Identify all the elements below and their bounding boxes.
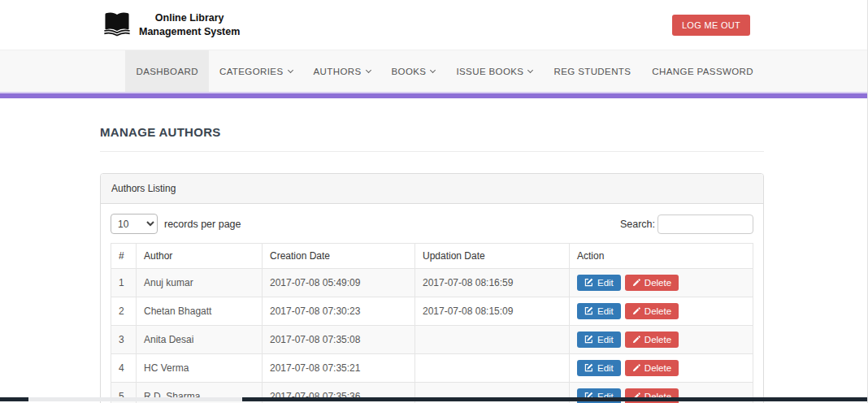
edit-button-label: Edit <box>597 306 614 316</box>
nav-item-label: AUTHORS <box>314 67 362 76</box>
horizontal-scrollbar[interactable] <box>0 397 868 401</box>
column-header: Author <box>137 244 263 269</box>
table-row: 2Chetan Bhagatt2017-07-08 07:30:232017-0… <box>111 297 753 326</box>
nav-item-label: BOOKS <box>392 67 427 76</box>
search-label: Search: <box>620 219 655 230</box>
search-area: Search: <box>620 214 753 234</box>
edit-icon <box>584 306 593 315</box>
row-number-cell: 4 <box>111 354 137 383</box>
updation-date-cell: 2017-07-08 08:15:09 <box>415 297 570 326</box>
chevron-down-icon <box>430 67 436 72</box>
creation-date-cell: 2017-07-08 05:49:09 <box>263 269 415 297</box>
updation-date-cell <box>415 354 570 383</box>
pencil-icon <box>632 364 640 372</box>
page-title: MANAGE AUTHORS <box>100 125 867 139</box>
nav-item-label: REG STUDENTS <box>553 67 631 76</box>
updation-date-cell: 2017-07-08 08:16:59 <box>415 269 570 297</box>
column-header: Creation Date <box>263 244 415 269</box>
pencil-icon <box>632 336 640 344</box>
page-content: MANAGE AUTHORS Authors Listing 10 record… <box>0 125 867 403</box>
edit-button-label: Edit <box>597 363 614 373</box>
row-number-cell: 1 <box>111 269 137 297</box>
edit-icon <box>584 363 593 372</box>
app-window: Online Library Management System LOG ME … <box>0 0 868 403</box>
records-per-page-select[interactable]: 10 <box>111 214 158 234</box>
delete-button[interactable]: Delete <box>625 303 679 319</box>
authors-table: #AuthorCreation DateUpdation DateAction … <box>111 243 753 403</box>
table-header-row: #AuthorCreation DateUpdation DateAction <box>111 244 753 269</box>
chevron-down-icon <box>527 67 533 72</box>
nav-menu: DASHBOARDCATEGORIESAUTHORSBOOKSISSUE BOO… <box>100 50 764 92</box>
edit-icon <box>584 335 593 344</box>
pencil-icon <box>632 279 640 287</box>
edit-button[interactable]: Edit <box>577 303 621 319</box>
nav-item-books[interactable]: BOOKS <box>381 50 446 92</box>
author-cell: Anuj kumar <box>137 269 263 297</box>
updation-date-cell <box>415 326 570 354</box>
row-number-cell: 2 <box>111 297 137 326</box>
table-row: 1Anuj kumar2017-07-08 05:49:092017-07-08… <box>111 269 753 297</box>
accent-bar <box>0 92 867 98</box>
action-cell: EditDelete <box>570 297 753 326</box>
authors-listing-panel: Authors Listing 10 records per page Sear… <box>100 173 764 403</box>
nav-item-label: CHANGE PASSWORD <box>652 67 753 76</box>
panel-body: 10 records per page Search: #AuthorCreat… <box>101 204 763 403</box>
nav-item-change-password[interactable]: CHANGE PASSWORD <box>641 50 764 92</box>
nav-item-authors[interactable]: AUTHORS <box>303 50 381 92</box>
creation-date-cell: 2017-07-08 07:35:21 <box>263 354 415 383</box>
main-nav: DASHBOARDCATEGORIESAUTHORSBOOKSISSUE BOO… <box>0 50 867 92</box>
nav-item-reg-students[interactable]: REG STUDENTS <box>543 50 641 92</box>
action-cell: EditDelete <box>570 326 753 354</box>
author-cell: Anita Desai <box>137 326 263 354</box>
delete-button-label: Delete <box>644 306 671 316</box>
nav-item-label: ISSUE BOOKS <box>456 67 523 76</box>
nav-item-label: CATEGORIES <box>219 67 284 76</box>
app-title: Online Library Management System <box>139 11 240 38</box>
scrollbar-thumb[interactable] <box>28 397 242 401</box>
edit-button-label: Edit <box>597 335 614 344</box>
table-row: 3Anita Desai2017-07-08 07:35:08EditDelet… <box>111 326 753 354</box>
search-input[interactable] <box>658 214 753 234</box>
author-cell: HC Verma <box>137 354 263 383</box>
delete-button-label: Delete <box>644 363 671 373</box>
author-cell: Chetan Bhagatt <box>137 297 263 326</box>
action-cell: EditDelete <box>570 354 753 383</box>
open-book-icon <box>102 11 132 40</box>
action-cell: EditDelete <box>570 269 753 297</box>
panel-title: Authors Listing <box>101 174 763 204</box>
delete-button[interactable]: Delete <box>625 332 679 348</box>
edit-button-label: Edit <box>597 278 614 288</box>
title-divider <box>100 151 764 152</box>
top-header: Online Library Management System LOG ME … <box>0 0 867 50</box>
edit-button[interactable]: Edit <box>577 275 621 291</box>
edit-button[interactable]: Edit <box>577 360 621 376</box>
nav-item-issue-books[interactable]: ISSUE BOOKS <box>445 50 543 92</box>
creation-date-cell: 2017-07-08 07:35:08 <box>263 326 415 354</box>
table-controls: 10 records per page Search: <box>111 214 753 234</box>
logout-button[interactable]: LOG ME OUT <box>672 15 750 36</box>
delete-button[interactable]: Delete <box>625 360 679 376</box>
delete-button[interactable]: Delete <box>625 275 679 291</box>
delete-button-label: Delete <box>644 335 671 344</box>
delete-button-label: Delete <box>644 278 671 288</box>
column-header: Action <box>570 244 753 269</box>
edit-icon <box>584 278 593 287</box>
authors-table-body: 1Anuj kumar2017-07-08 05:49:092017-07-08… <box>111 269 753 403</box>
column-header: Updation Date <box>415 244 570 269</box>
creation-date-cell: 2017-07-08 07:30:23 <box>263 297 415 326</box>
nav-item-label: DASHBOARD <box>136 67 197 76</box>
row-number-cell: 3 <box>111 326 137 354</box>
nav-item-categories[interactable]: CATEGORIES <box>209 50 303 92</box>
column-header: # <box>111 244 137 269</box>
records-per-page-label: records per page <box>164 219 241 230</box>
app-logo[interactable]: Online Library Management System <box>102 11 240 40</box>
nav-item-dashboard[interactable]: DASHBOARD <box>125 50 208 92</box>
chevron-down-icon <box>365 67 371 72</box>
edit-button[interactable]: Edit <box>577 332 621 348</box>
table-row: 4HC Verma2017-07-08 07:35:21EditDelete <box>111 354 753 383</box>
pencil-icon <box>632 307 640 315</box>
chevron-down-icon <box>287 67 293 72</box>
